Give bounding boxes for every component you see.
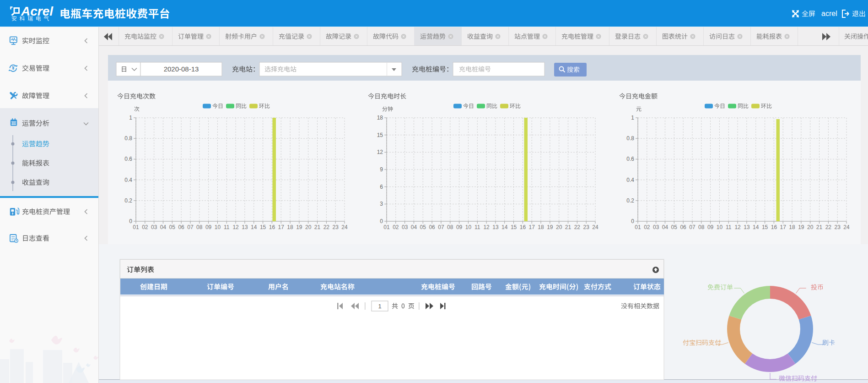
- svg-text:11: 11: [224, 224, 230, 230]
- svg-text:10: 10: [717, 224, 723, 230]
- svg-text:23: 23: [332, 224, 339, 230]
- svg-text:01: 01: [133, 224, 139, 230]
- svg-text:0.6: 0.6: [626, 156, 634, 162]
- svg-text:07: 07: [187, 224, 194, 230]
- svg-text:09: 09: [456, 224, 463, 230]
- svg-text:05: 05: [671, 224, 678, 230]
- svg-text:24: 24: [843, 224, 850, 230]
- svg-text:02: 02: [142, 224, 148, 230]
- svg-text:08: 08: [698, 224, 705, 230]
- svg-text:09: 09: [707, 224, 714, 230]
- svg-text:08: 08: [196, 224, 203, 230]
- svg-text:24: 24: [341, 224, 348, 230]
- svg-text:16: 16: [520, 224, 526, 230]
- svg-text:14: 14: [753, 224, 759, 230]
- svg-text:07: 07: [689, 224, 695, 230]
- svg-text:09: 09: [205, 224, 212, 230]
- svg-text:2020-08-13: 2020-08-13: [164, 65, 199, 73]
- svg-text:02: 02: [393, 224, 399, 230]
- svg-text:1: 1: [631, 115, 634, 121]
- svg-text:6: 6: [380, 184, 383, 190]
- svg-text:03: 03: [151, 224, 157, 230]
- svg-text:23: 23: [834, 224, 841, 230]
- svg-text:10: 10: [465, 224, 472, 230]
- svg-text:0.4: 0.4: [626, 177, 634, 183]
- svg-text:20: 20: [305, 224, 312, 230]
- svg-text:19: 19: [547, 224, 553, 230]
- svg-text:¥: ¥: [12, 66, 15, 71]
- svg-text:24: 24: [592, 224, 598, 230]
- svg-text:11: 11: [474, 224, 480, 230]
- svg-text:0.8: 0.8: [124, 135, 132, 142]
- svg-text:14: 14: [501, 224, 508, 230]
- svg-text:0: 0: [129, 218, 132, 224]
- svg-text:15: 15: [511, 224, 517, 230]
- svg-text:04: 04: [411, 224, 417, 230]
- svg-text:06: 06: [680, 224, 686, 230]
- svg-text:22: 22: [574, 224, 581, 230]
- svg-text:17: 17: [278, 224, 285, 230]
- svg-text:01: 01: [635, 224, 641, 230]
- svg-text:02: 02: [644, 224, 650, 230]
- svg-text:0: 0: [380, 218, 383, 224]
- svg-text:22: 22: [825, 224, 832, 230]
- svg-text:17: 17: [529, 224, 535, 230]
- svg-text:11: 11: [726, 224, 732, 230]
- svg-text:20: 20: [556, 224, 562, 230]
- svg-text:0.6: 0.6: [124, 156, 132, 162]
- svg-text:12: 12: [483, 224, 490, 230]
- svg-text:18: 18: [377, 115, 383, 121]
- svg-text:13: 13: [744, 224, 750, 230]
- svg-text:15: 15: [377, 132, 383, 138]
- svg-text:08: 08: [447, 224, 453, 230]
- svg-text:21: 21: [816, 224, 823, 230]
- svg-text:04: 04: [662, 224, 669, 230]
- svg-text:21: 21: [314, 224, 321, 230]
- svg-text:22: 22: [323, 224, 330, 230]
- svg-text:04: 04: [160, 224, 167, 230]
- svg-text:05: 05: [169, 224, 176, 230]
- svg-text:18: 18: [538, 224, 544, 230]
- svg-text:23: 23: [583, 224, 589, 230]
- svg-text:15: 15: [762, 224, 768, 230]
- svg-text:18: 18: [287, 224, 293, 230]
- svg-text:9: 9: [380, 166, 383, 173]
- svg-text:3: 3: [380, 201, 383, 207]
- svg-text:acrel: acrel: [821, 10, 837, 17]
- svg-text:Acrel: Acrel: [21, 4, 54, 18]
- svg-text:0.2: 0.2: [626, 197, 634, 204]
- svg-text:0: 0: [631, 218, 634, 224]
- svg-text:0.8: 0.8: [626, 135, 634, 142]
- svg-text:0.2: 0.2: [124, 197, 132, 204]
- svg-text:03: 03: [402, 224, 408, 230]
- svg-text:0.4: 0.4: [124, 177, 132, 183]
- svg-text:06: 06: [429, 224, 435, 230]
- svg-text:17: 17: [780, 224, 787, 230]
- svg-text:19: 19: [296, 224, 302, 230]
- svg-text:10: 10: [215, 224, 221, 230]
- svg-text:07: 07: [438, 224, 444, 230]
- svg-text:19: 19: [798, 224, 804, 230]
- svg-text:16: 16: [269, 224, 275, 230]
- svg-text:20: 20: [807, 224, 814, 230]
- svg-text:03: 03: [653, 224, 659, 230]
- svg-text:1: 1: [378, 303, 381, 310]
- svg-text:13: 13: [242, 224, 248, 230]
- svg-text:13: 13: [492, 224, 499, 230]
- svg-text:01: 01: [383, 224, 390, 230]
- svg-text:15: 15: [260, 224, 266, 230]
- svg-text:21: 21: [565, 224, 571, 230]
- svg-text:1: 1: [129, 115, 132, 121]
- svg-text:05: 05: [420, 224, 426, 230]
- svg-text:12: 12: [377, 149, 383, 155]
- svg-text:06: 06: [178, 224, 184, 230]
- svg-text:12: 12: [232, 224, 239, 230]
- svg-text:16: 16: [771, 224, 777, 230]
- svg-text:18: 18: [789, 224, 795, 230]
- svg-text:12: 12: [734, 224, 741, 230]
- svg-text:14: 14: [251, 224, 257, 230]
